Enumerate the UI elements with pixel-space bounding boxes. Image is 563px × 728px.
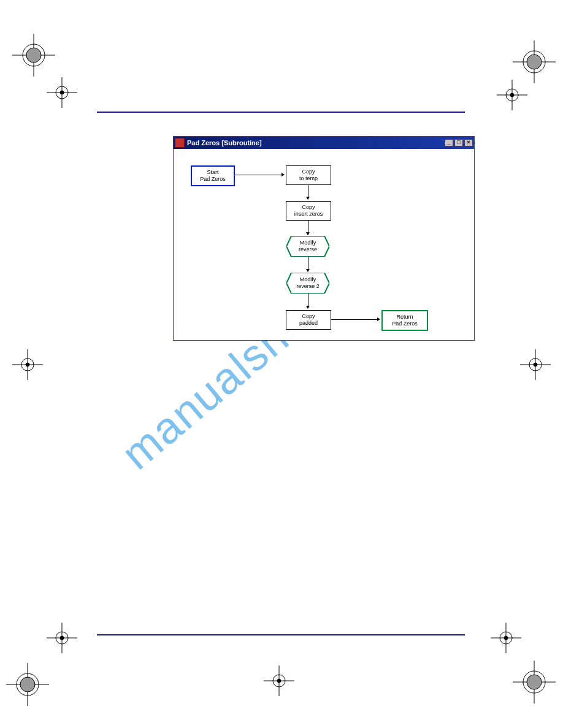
subroutine-window: Pad Zeros [Subroutine] _ □ × Start Pad Z… [173,136,475,341]
titlebar[interactable]: Pad Zeros [Subroutine] _ □ × [174,137,474,149]
node-label: Copy [286,204,331,211]
node-label: Pad Zeros [383,320,427,327]
connector [308,184,308,198]
svg-point-27 [20,677,35,692]
copy-to-temp-node[interactable]: Copy to temp [286,165,331,185]
registration-mark [264,665,294,696]
arrowhead-icon [306,232,310,235]
svg-point-43 [504,636,508,640]
node-label: Modify [286,276,329,283]
node-label: Copy [286,313,331,320]
connector [331,319,378,320]
svg-point-3 [26,48,41,63]
modify-reverse-2-node[interactable]: Modify reverse 2 [286,273,329,294]
connector [308,220,308,233]
registration-mark [497,80,527,110]
start-node[interactable]: Start Pad Zeros [191,165,235,186]
connector [308,257,308,270]
svg-point-35 [277,679,281,683]
registration-mark [513,661,556,703]
registration-mark [12,34,55,77]
node-label: Modify [286,240,329,246]
node-label: Start [192,169,234,176]
svg-point-7 [60,91,64,94]
minimize-button[interactable]: _ [445,139,453,146]
node-label: insert zeros [286,211,331,218]
close-button[interactable]: × [464,139,473,146]
arrowhead-icon [306,269,310,272]
svg-point-19 [26,363,29,366]
arrowhead-icon [306,197,310,200]
registration-mark [491,623,521,653]
modify-reverse-node[interactable]: Modify reverse [286,236,329,257]
registration-mark [513,40,556,83]
node-label: padded [286,320,331,327]
node-label: reverse [286,246,329,253]
copy-insert-zeros-node[interactable]: Copy insert zeros [286,201,331,221]
registration-mark [6,663,49,706]
connector [234,175,283,175]
node-label: to temp [286,175,331,182]
arrowhead-icon [282,173,285,176]
arrowhead-icon [377,317,380,321]
node-label: reverse 2 [286,283,329,290]
svg-point-31 [60,636,64,640]
maximize-button[interactable]: □ [454,139,463,146]
window-title: Pad Zeros [Subroutine] [187,139,262,146]
svg-point-15 [510,93,514,97]
registration-mark [47,77,77,108]
flowchart-canvas[interactable]: Start Pad Zeros Copy to temp Copy insert… [174,149,474,340]
node-label: Return [383,314,427,320]
node-label: Copy [286,169,331,175]
connector [308,294,308,307]
svg-point-11 [527,55,542,69]
copy-padded-node[interactable]: Copy padded [286,310,331,330]
svg-point-39 [527,675,542,689]
registration-mark [12,349,43,380]
app-icon [175,138,185,148]
node-label: Pad Zeros [192,176,234,183]
registration-mark [520,349,551,380]
divider-bottom [97,634,465,635]
return-node[interactable]: Return Pad Zeros [381,310,428,331]
divider-top [97,112,465,113]
svg-point-23 [534,363,537,366]
arrowhead-icon [306,306,310,309]
registration-mark [47,623,77,653]
